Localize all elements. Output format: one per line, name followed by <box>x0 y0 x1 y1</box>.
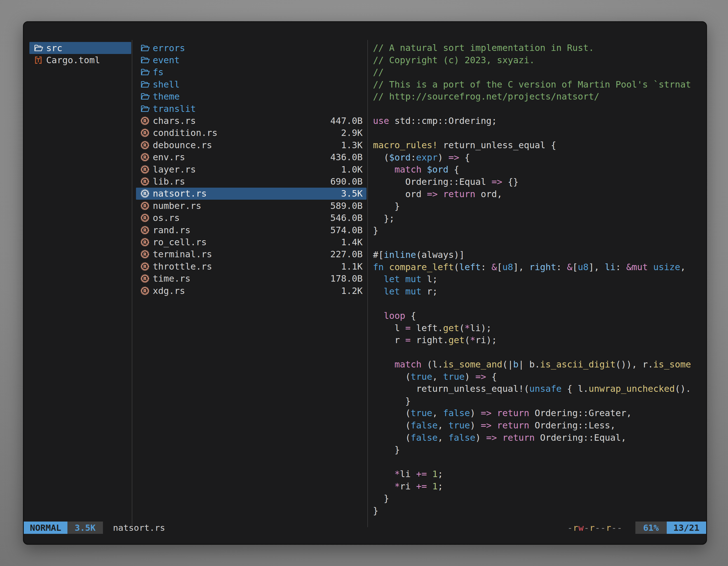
entry-name: Cargo.toml <box>46 55 100 65</box>
code-line: Ordering::Equal => {} <box>373 176 702 188</box>
code-line: (true, true) => { <box>373 371 702 383</box>
entry-size: 3.5K <box>341 188 363 199</box>
svg-text:R: R <box>143 155 147 160</box>
code-line: r = right.get(*ri); <box>373 334 702 346</box>
file-row-lib.rs[interactable]: Rlib.rs690.0B <box>136 175 367 187</box>
rust-icon: R <box>140 116 153 125</box>
code-line: // This is a port of the C version of Ma… <box>373 79 702 91</box>
svg-text:R: R <box>143 203 147 208</box>
entry-size: 436.0B <box>330 152 363 163</box>
code-line: *li += 1; <box>373 468 702 480</box>
rust-icon: R <box>140 201 153 210</box>
code-line: #[inline(always)] <box>373 249 702 261</box>
parent-pane: srcCargo.toml <box>29 42 131 66</box>
dir-row-src[interactable]: src <box>29 42 131 54</box>
entry-name: errors <box>153 43 185 53</box>
file-row-Cargo.toml[interactable]: Cargo.toml <box>29 54 131 66</box>
file-row-debounce.rs[interactable]: Rdebounce.rs1.3K <box>136 139 367 151</box>
entry-size: 178.0B <box>330 273 363 284</box>
dir-row-shell[interactable]: shell <box>136 78 367 90</box>
rust-icon: R <box>140 128 153 137</box>
mode-badge: NORMAL <box>24 522 67 534</box>
current-directory-pane: errorseventfsshellthemetranslitRchars.rs… <box>136 42 367 297</box>
code-line <box>373 297 702 310</box>
file-row-number.rs[interactable]: Rnumber.rs589.0B <box>136 200 367 212</box>
svg-text:R: R <box>143 252 147 257</box>
file-row-natsort.rs[interactable]: Rnatsort.rs3.5K <box>136 188 367 200</box>
code-line: *ri += 1; <box>373 480 702 493</box>
code-line: // http://sourcefrog.net/projects/natsor… <box>373 91 702 103</box>
file-row-time.rs[interactable]: Rtime.rs178.0B <box>136 273 367 284</box>
entry-size: 546.0B <box>330 213 363 223</box>
file-manager-window: srcCargo.toml errorseventfsshellthemetra… <box>23 21 707 545</box>
toml-icon <box>34 56 46 65</box>
code-line: }; <box>373 213 702 225</box>
entry-name: os.rs <box>153 213 180 223</box>
file-row-throttle.rs[interactable]: Rthrottle.rs1.1K <box>136 261 367 273</box>
entry-name: number.rs <box>153 201 201 211</box>
entry-name: xdg.rs <box>153 285 185 296</box>
file-row-layer.rs[interactable]: Rlayer.rs1.0K <box>136 163 367 175</box>
entry-name: fs <box>153 67 164 78</box>
code-line <box>373 127 702 140</box>
rust-icon: R <box>140 153 153 162</box>
entry-name: rand.rs <box>153 225 191 236</box>
code-line <box>373 456 702 468</box>
svg-text:R: R <box>143 118 147 124</box>
entry-name: env.rs <box>153 152 185 163</box>
status-bar-right: -rw-r--r-- 61% 13/21 <box>567 522 706 534</box>
dir-row-errors[interactable]: errors <box>136 42 367 54</box>
entry-name: shell <box>153 79 180 90</box>
svg-text:R: R <box>143 227 147 233</box>
dir-row-event[interactable]: event <box>136 54 367 66</box>
entry-name: translit <box>153 104 196 114</box>
code-line: (false, false) => return Ordering::Equal… <box>373 432 702 444</box>
entry-size: 1.1K <box>341 261 363 272</box>
entry-size: 2.9K <box>341 128 363 138</box>
cursor-position-badge: 13/21 <box>667 522 706 534</box>
entry-name: chars.rs <box>153 116 196 126</box>
dir-row-theme[interactable]: theme <box>136 91 367 103</box>
entry-name: condition.rs <box>153 128 217 138</box>
code-line: return_unless_equal!(unsafe { l.unwrap_u… <box>373 383 702 395</box>
entry-size: 227.0B <box>330 249 363 260</box>
status-bar: NORMAL 3.5K natsort.rs -rw-r--r-- 61% 13… <box>24 522 706 534</box>
rust-icon: R <box>140 177 153 186</box>
file-row-xdg.rs[interactable]: Rxdg.rs1.2K <box>136 285 367 297</box>
rust-icon: R <box>140 189 153 198</box>
file-row-terminal.rs[interactable]: Rterminal.rs227.0B <box>136 248 367 261</box>
svg-text:R: R <box>143 288 147 293</box>
code-line: } <box>373 200 702 213</box>
code-line: ord => return ord, <box>373 188 702 201</box>
code-line: // Copyright (c) 2023, sxyazi. <box>373 54 702 67</box>
file-row-ro_cell.rs[interactable]: Rro_cell.rs1.4K <box>136 236 367 248</box>
file-row-os.rs[interactable]: Ros.rs546.0B <box>136 212 367 224</box>
code-line <box>373 237 702 249</box>
svg-text:R: R <box>143 179 147 184</box>
entry-size: 574.0B <box>330 225 363 236</box>
file-row-chars.rs[interactable]: Rchars.rs447.0B <box>136 115 367 127</box>
code-line: } <box>373 395 702 407</box>
dir-row-fs[interactable]: fs <box>136 66 367 78</box>
entry-size: 1.0K <box>341 164 363 175</box>
code-line: // A natural sort implementation in Rust… <box>373 42 702 54</box>
rust-icon: R <box>140 274 153 283</box>
rust-icon: R <box>140 165 153 174</box>
code-line: (true, false) => return Ordering::Greate… <box>373 407 702 419</box>
file-row-rand.rs[interactable]: Rrand.rs574.0B <box>136 224 367 236</box>
code-line: use std::cmp::Ordering; <box>373 115 702 127</box>
code-line: l = left.get(*li); <box>373 322 702 334</box>
folder-icon <box>140 56 153 64</box>
code-line: let mut r; <box>373 285 702 298</box>
entry-size: 589.0B <box>330 201 363 211</box>
dir-row-translit[interactable]: translit <box>136 103 367 115</box>
file-row-env.rs[interactable]: Renv.rs436.0B <box>136 151 367 163</box>
svg-text:R: R <box>143 167 147 172</box>
rust-icon: R <box>140 141 153 150</box>
file-row-condition.rs[interactable]: Rcondition.rs2.9K <box>136 127 367 139</box>
folder-icon <box>140 105 153 113</box>
folder-icon <box>34 44 46 52</box>
code-line: } <box>373 444 702 456</box>
svg-text:R: R <box>143 143 147 148</box>
pane-divider <box>367 40 368 527</box>
